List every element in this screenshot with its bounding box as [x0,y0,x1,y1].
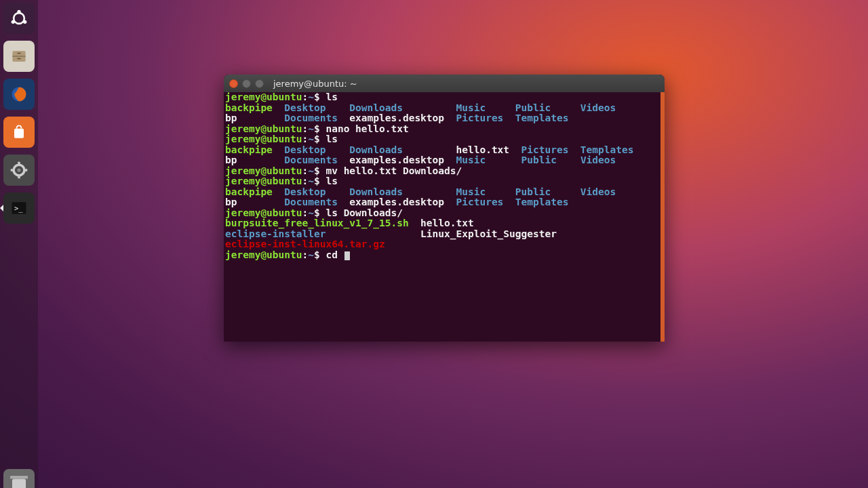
terminal-line: jeremy@ubuntu:~$ mv hello.txt Downloads/ [225,166,663,177]
trash-icon[interactable] [3,469,35,488]
terminal-line: backpipe Desktop Downloads hello.txt Pic… [225,145,663,156]
terminal-line: backpipe Desktop Downloads Music Public … [225,103,663,114]
shopping-bag-icon [9,123,28,142]
ubuntu-logo-icon [9,9,28,28]
settings-icon[interactable] [3,155,35,186]
svg-point-3 [23,20,26,24]
terminal-line: jeremy@ubuntu:~$ cd [225,250,663,261]
svg-rect-5 [12,56,25,57]
window-close-button[interactable] [229,79,238,88]
running-indicator-icon [0,205,3,211]
svg-point-2 [12,20,15,24]
trash-glyph-icon [3,469,35,488]
drawer-icon [9,47,28,66]
terminal-line: bp Documents examples.desktop Pictures T… [225,113,663,124]
svg-text:>_: >_ [14,204,23,213]
svg-rect-6 [17,53,20,54]
window-maximize-button[interactable] [255,79,264,88]
window-title: jeremy@ubuntu: ~ [273,79,357,89]
terminal-line: jeremy@ubuntu:~$ ls [225,92,663,103]
terminal-scrollbar[interactable] [660,92,665,342]
svg-point-1 [17,10,20,14]
terminal-line: backpipe Desktop Downloads Music Public … [225,187,663,198]
firefox-logo-icon [9,85,28,104]
ubuntu-software-icon[interactable] [3,117,35,148]
window-minimize-button[interactable] [242,79,251,88]
svg-rect-9 [14,129,24,138]
terminal-body[interactable]: jeremy@ubuntu:~$ lsbackpipe Desktop Down… [224,92,665,342]
cursor-icon [344,251,350,260]
svg-point-0 [14,13,24,24]
terminal-line: eclipse-inst-linux64.tar.gz [225,239,663,250]
terminal-glyph-icon: >_ [9,199,28,218]
terminal-line: jeremy@ubuntu:~$ ls [225,176,663,187]
terminal-line: eclipse-installer Linux_Exploit_Suggeste… [225,229,663,240]
svg-rect-7 [17,58,20,60]
dash-icon[interactable] [3,3,35,34]
svg-rect-18 [12,479,26,488]
terminal-line: jeremy@ubuntu:~$ ls [225,134,663,145]
svg-rect-19 [10,476,28,479]
terminal-line: burpsuite_free_linux_v1_7_15.sh hello.tx… [225,218,663,229]
svg-point-11 [17,168,20,171]
terminal-line: bp Documents examples.desktop Pictures T… [225,197,663,208]
gear-icon [9,161,28,180]
terminal-line: bp Documents examples.desktop Music Publ… [225,155,663,166]
terminal-line: jeremy@ubuntu:~$ nano hello.txt [225,124,663,135]
firefox-icon[interactable] [3,79,35,110]
terminal-icon[interactable]: >_ [3,192,35,224]
window-titlebar[interactable]: jeremy@ubuntu: ~ [224,75,665,92]
terminal-window: jeremy@ubuntu: ~ jeremy@ubuntu:~$ lsback… [224,75,665,342]
unity-launcher: >_ [0,0,38,488]
files-icon[interactable] [3,41,35,72]
terminal-line: jeremy@ubuntu:~$ ls Downloads/ [225,208,663,219]
